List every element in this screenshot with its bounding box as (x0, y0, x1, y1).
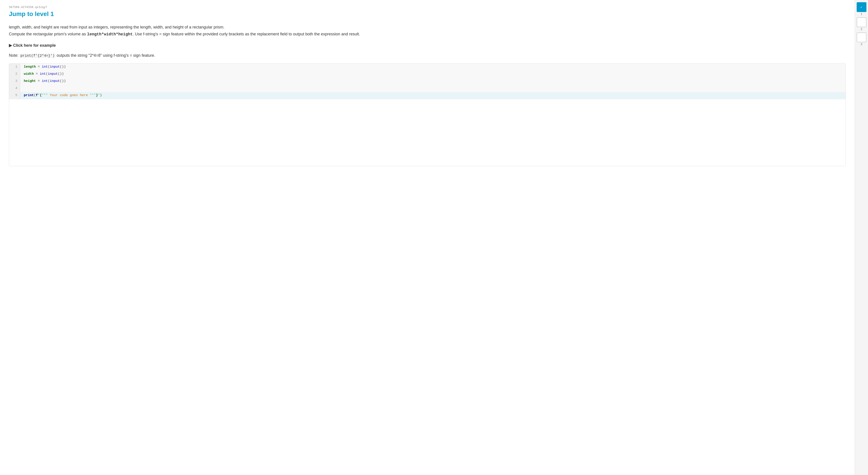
code-editor[interactable]: 1 length = int(input()) 2 width = int(in… (9, 63, 846, 166)
jump-title: Jump to level 1 (9, 10, 846, 18)
code-line-2[interactable]: 2 width = int(input()) (9, 71, 845, 78)
line-number-3: 3 (9, 78, 20, 85)
sidebar-item-2[interactable] (857, 17, 866, 27)
code-content-3[interactable]: height = int(input()) (20, 78, 845, 85)
code-content-5[interactable]: print(f'{''' Your code goes here '''}') (20, 92, 845, 99)
note-suffix: outputs the string "2*4=8" using f-strin… (56, 53, 155, 58)
note-prefix: Note: (9, 53, 20, 58)
code-line-3[interactable]: 3 height = int(input()) (9, 78, 845, 85)
line-number-1: 1 (9, 64, 20, 71)
description: length, width, and height are read from … (9, 24, 846, 38)
description-part2: Compute the rectangular prism's volume a… (9, 32, 87, 36)
description-part3: . Use f-string's = sign feature within t… (133, 32, 360, 36)
sidebar-group-1: ✓ 1 (857, 2, 866, 16)
description-code: length*width*height (87, 32, 133, 36)
note-text: Note: print(f'{2*4=}') outputs the strin… (9, 52, 846, 59)
line-number-4: 4 (9, 85, 20, 92)
click-example-button[interactable]: ▶ Click here for example (9, 43, 846, 48)
main-content: 567504.4274358.qx3zqy7 Jump to level 1 l… (0, 0, 855, 475)
code-line-5[interactable]: 5 print(f'{''' Your code goes here '''}'… (9, 92, 845, 99)
sidebar-item-3[interactable] (857, 32, 866, 42)
description-part1: length, width, and height are read from … (9, 25, 224, 29)
code-content-4[interactable] (20, 85, 845, 92)
line-number-5: 5 (9, 92, 20, 99)
sidebar-number-2: 2 (861, 28, 862, 31)
code-line-4[interactable]: 4 (9, 85, 845, 92)
code-editor-bottom[interactable] (9, 99, 845, 166)
problem-id: 567504.4274358.qx3zqy7 (9, 5, 846, 9)
sidebar-number-1: 1 (861, 12, 862, 16)
line-number-2: 2 (9, 71, 20, 78)
code-area: 1 length = int(input()) 2 width = int(in… (9, 64, 845, 99)
sidebar-group-3: 3 (857, 32, 866, 46)
code-content-2[interactable]: width = int(input()) (20, 71, 845, 78)
sidebar-number-3: 3 (861, 43, 862, 46)
code-line-1[interactable]: 1 length = int(input()) (9, 64, 845, 71)
sidebar-group-2: 2 (857, 17, 866, 31)
click-example-label: ▶ Click here for example (9, 43, 56, 48)
right-sidebar: ✓ 1 2 3 (855, 0, 868, 475)
sidebar-item-1[interactable]: ✓ (857, 2, 866, 12)
code-content-1[interactable]: length = int(input()) (20, 64, 845, 71)
note-code: print(f'{2*4=}') (20, 54, 56, 58)
